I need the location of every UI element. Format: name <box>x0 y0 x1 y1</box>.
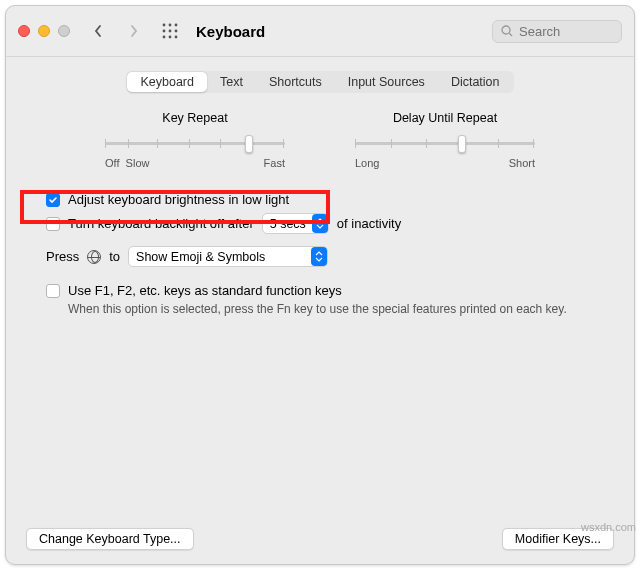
window-title: Keyboard <box>196 23 265 40</box>
preferences-window: Keyboard Keyboard Text Shortcuts Input S… <box>5 5 635 565</box>
svg-point-5 <box>175 30 178 33</box>
globe-action-value: Show Emoji & Symbols <box>136 250 305 264</box>
tab-shortcuts[interactable]: Shortcuts <box>256 72 335 92</box>
change-keyboard-type-button[interactable]: Change Keyboard Type... <box>26 528 194 550</box>
backlight-duration-select[interactable]: 5 secs <box>262 213 329 234</box>
close-window-button[interactable] <box>18 25 30 37</box>
press-label: Press <box>46 249 79 264</box>
forward-button <box>120 19 148 43</box>
svg-point-9 <box>502 26 510 34</box>
tab-dictation[interactable]: Dictation <box>438 72 513 92</box>
globe-action-select[interactable]: Show Emoji & Symbols <box>128 246 328 267</box>
stepper-icon <box>312 214 328 233</box>
svg-point-3 <box>163 30 166 33</box>
press-globe-row: Press to Show Emoji & Symbols <box>26 243 614 270</box>
zoom-window-button <box>58 25 70 37</box>
svg-point-1 <box>169 24 172 27</box>
key-repeat-off: Off <box>105 157 119 169</box>
adjust-brightness-label: Adjust keyboard brightness in low light <box>68 192 289 207</box>
fn-keys-row: Use F1, F2, etc. keys as standard functi… <box>26 280 614 301</box>
delay-short: Short <box>509 157 535 169</box>
key-repeat-label: Key Repeat <box>105 111 285 125</box>
fn-keys-checkbox[interactable] <box>46 284 60 298</box>
delay-repeat-label: Delay Until Repeat <box>355 111 535 125</box>
key-repeat-slider[interactable] <box>105 133 285 153</box>
svg-point-8 <box>175 36 178 39</box>
fn-keys-help: When this option is selected, press the … <box>26 301 614 323</box>
tab-bar: Keyboard Text Shortcuts Input Sources Di… <box>126 71 513 93</box>
minimize-window-button[interactable] <box>38 25 50 37</box>
search-icon <box>501 25 513 37</box>
toolbar: Keyboard <box>6 6 634 56</box>
to-label: to <box>109 249 120 264</box>
key-repeat-block: Key Repeat Off Slow Fast <box>105 111 285 169</box>
sliders-row: Key Repeat Off Slow Fast Delay Until Rep… <box>56 111 584 169</box>
tab-text[interactable]: Text <box>207 72 256 92</box>
search-input[interactable] <box>519 24 609 39</box>
show-all-icon[interactable] <box>156 19 184 43</box>
backlight-off-checkbox[interactable] <box>46 217 60 231</box>
tab-keyboard[interactable]: Keyboard <box>127 72 207 92</box>
svg-point-7 <box>169 36 172 39</box>
window-controls <box>18 25 70 37</box>
svg-point-6 <box>163 36 166 39</box>
back-button[interactable] <box>84 19 112 43</box>
delay-repeat-block: Delay Until Repeat Long Short <box>355 111 535 169</box>
tab-input-sources[interactable]: Input Sources <box>335 72 438 92</box>
adjust-brightness-checkbox[interactable] <box>46 193 60 207</box>
svg-point-4 <box>169 30 172 33</box>
svg-point-0 <box>163 24 166 27</box>
key-repeat-slow: Slow <box>126 157 150 169</box>
globe-icon <box>87 250 101 264</box>
search-field[interactable] <box>492 20 622 43</box>
backlight-off-pre: Turn keyboard backlight off after <box>68 216 254 231</box>
svg-point-2 <box>175 24 178 27</box>
key-repeat-fast: Fast <box>264 157 285 169</box>
backlight-duration-value: 5 secs <box>270 217 306 231</box>
content-area: Keyboard Text Shortcuts Input Sources Di… <box>6 57 634 564</box>
delay-repeat-slider[interactable] <box>355 133 535 153</box>
backlight-off-row: Turn keyboard backlight off after 5 secs… <box>26 210 614 237</box>
adjust-brightness-row: Adjust keyboard brightness in low light <box>26 189 614 210</box>
backlight-off-post: of inactivity <box>337 216 401 231</box>
fn-keys-label: Use F1, F2, etc. keys as standard functi… <box>68 283 342 298</box>
svg-line-10 <box>509 33 512 36</box>
watermark: wsxdn.com <box>581 521 636 533</box>
bottom-buttons: Change Keyboard Type... Modifier Keys... <box>26 528 614 550</box>
delay-long: Long <box>355 157 379 169</box>
stepper-icon <box>311 247 327 266</box>
